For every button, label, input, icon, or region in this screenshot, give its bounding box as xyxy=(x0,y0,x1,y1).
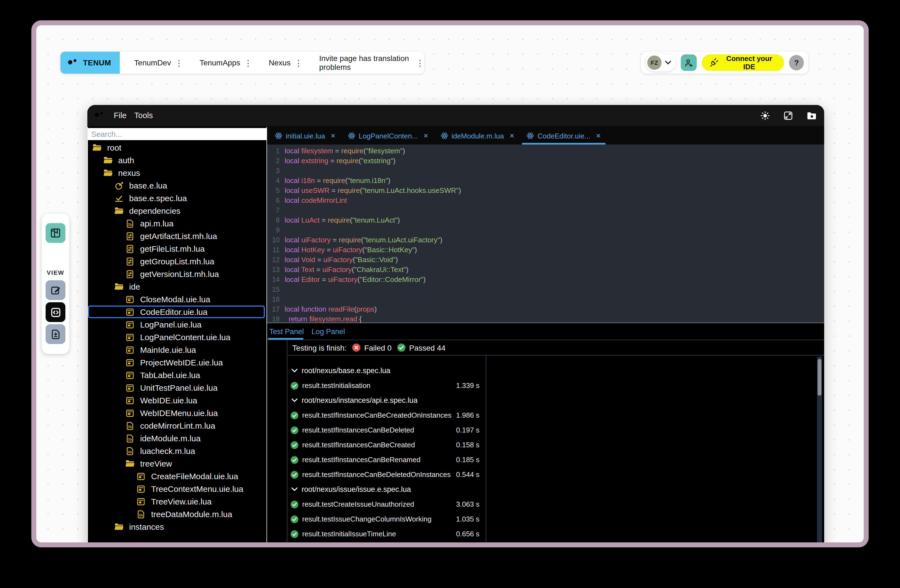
expand-icon xyxy=(784,111,793,120)
line-number: 3 xyxy=(267,166,280,176)
close-tab-icon[interactable]: ✕ xyxy=(509,132,514,139)
file-explorer: rootauthnexusbase.e.luabase.e.spec.luade… xyxy=(87,127,267,547)
ui-file-icon xyxy=(125,295,135,304)
sun-button[interactable] xyxy=(760,111,770,120)
navbar-item[interactable]: TenumDev⋮ xyxy=(134,58,183,67)
tree-item[interactable]: UnitTestPanel.uie.lua xyxy=(88,382,267,394)
tab-log-panel[interactable]: Log Panel xyxy=(312,327,345,335)
tree-item[interactable]: codeMirrorLint.m.lua xyxy=(88,419,267,432)
test-result-row[interactable]: result.testIssueChangeColumnIsWorking1.0… xyxy=(288,512,486,526)
ui-file-icon xyxy=(136,497,146,506)
test-result-row[interactable]: result.testInitialisation1.339 s xyxy=(288,378,486,393)
view-file-diff-button[interactable] xyxy=(46,324,65,344)
tab-test-panel[interactable]: Test Panel xyxy=(269,327,304,335)
test-name: result.testIssueChangeColumnIsWorking xyxy=(302,515,431,523)
line-number: 14 xyxy=(267,275,280,285)
kebab-menu-icon[interactable]: ⋮ xyxy=(416,59,424,67)
editor-tab[interactable]: LogPanelConten...✕ xyxy=(342,127,434,144)
tree-item[interactable]: luacheck.m.lua xyxy=(88,445,267,457)
tree-item[interactable]: WebIDE.uie.lua xyxy=(88,394,267,406)
tree-item[interactable]: dependencies xyxy=(88,205,267,217)
tree-item[interactable]: base.e.spec.lua xyxy=(88,192,267,205)
tree-item[interactable]: TreeContextMenu.uie.lua xyxy=(88,483,267,495)
tree-item[interactable]: getVersionList.mh.lua xyxy=(88,268,267,280)
board-view-button[interactable] xyxy=(46,223,65,243)
tree-item[interactable]: LogPanelContent.uie.lua xyxy=(88,331,267,343)
kebab-menu-icon[interactable]: ⋮ xyxy=(295,59,303,67)
test-result-row[interactable]: result.testCreateIssueUnauthorized3.063 … xyxy=(288,497,486,512)
tree-item[interactable]: auth xyxy=(88,154,267,166)
tree-item-label: WebIDEMenu.uie.lua xyxy=(140,408,218,417)
failed-count: Failed 0 xyxy=(364,343,392,352)
tree-item[interactable]: getArtifactList.mh.lua xyxy=(88,230,267,242)
tree-item[interactable]: getGroupList.mh.lua xyxy=(88,255,267,268)
test-status-row: Testing is finish: Failed 0 xyxy=(288,340,824,355)
close-tab-icon[interactable]: ✕ xyxy=(331,132,335,139)
tree-item[interactable]: TreeView.uie.lua xyxy=(88,495,267,508)
tree-item[interactable]: CodeEditor.uie.lua xyxy=(88,306,265,318)
tree-item[interactable]: treeDataModule.m.lua xyxy=(88,508,267,520)
tree-item[interactable]: base.e.lua xyxy=(88,179,267,192)
search-input[interactable] xyxy=(88,128,267,140)
menu-file[interactable]: File xyxy=(114,111,127,120)
tree-item[interactable]: ideModule.m.lua xyxy=(88,432,267,445)
line-number: 2 xyxy=(267,156,280,166)
tree-item[interactable]: CloseModal.uie.lua xyxy=(88,293,267,306)
tree-item[interactable]: treeView xyxy=(88,457,267,470)
editor-tab[interactable]: initial.uie.lua✕ xyxy=(269,127,341,144)
tree-item[interactable]: instances xyxy=(88,520,267,533)
test-group-row[interactable]: root/nexus/instances/api.e.spec.lua xyxy=(288,393,486,408)
kebab-menu-icon[interactable]: ⋮ xyxy=(175,59,183,67)
test-result-row[interactable]: result.testInitialIssueTimeLine0.656 s xyxy=(288,526,486,541)
close-tab-icon[interactable]: ✕ xyxy=(596,132,601,139)
navbar-item[interactable]: Nexus⋮ xyxy=(269,58,303,67)
code-editor[interactable]: 1local filesystem = require("filesystem"… xyxy=(267,144,824,323)
kebab-menu-icon[interactable]: ⋮ xyxy=(244,59,252,67)
tree-item[interactable]: api.m.lua xyxy=(88,217,267,230)
view-edit-button[interactable] xyxy=(46,280,65,300)
editor-tab[interactable]: ideModule.m.lua✕ xyxy=(435,127,520,144)
tree-item-label: treeDataModule.m.lua xyxy=(151,509,232,519)
account-menu[interactable]: FZ xyxy=(646,54,676,71)
scrollbar[interactable] xyxy=(817,357,822,547)
menu-tools[interactable]: Tools xyxy=(134,111,153,120)
scrollbar-thumb[interactable] xyxy=(818,359,821,396)
tree-item[interactable]: getFileList.mh.lua xyxy=(88,242,267,255)
code-icon xyxy=(50,307,61,317)
add-user-button[interactable] xyxy=(681,54,697,71)
test-result-row[interactable]: result.testIfInstancesCanBeRenamed0.185 … xyxy=(288,452,486,467)
tree-item[interactable]: ProjectWebIDE.uie.lua xyxy=(88,356,267,369)
close-tab-icon[interactable]: ✕ xyxy=(424,132,428,139)
tree-item[interactable]: MainIde.uie.lua xyxy=(88,343,267,356)
expand-button[interactable] xyxy=(784,111,793,120)
help-button[interactable]: ? xyxy=(789,55,804,70)
tree-item[interactable]: LogPanel.uie.lua xyxy=(88,318,267,331)
test-result-row[interactable]: result.testIfInstanceCanBeDeletedOnInsta… xyxy=(288,467,486,482)
editor-tab-label: ideModule.m.lua xyxy=(452,132,504,140)
brand-tab[interactable]: TENUM xyxy=(61,52,120,74)
column-divider xyxy=(486,355,486,547)
tree-item[interactable]: root xyxy=(88,141,267,154)
test-result-row[interactable]: result.testIfInstancesCanBeCreated0.158 … xyxy=(288,438,486,452)
ui-file-icon xyxy=(125,320,135,329)
tree-item[interactable]: TabLabel.uie.lua xyxy=(88,369,267,382)
person-plus-icon xyxy=(684,58,694,67)
navbar-controls: FZ Connect your IDE ? xyxy=(641,52,808,74)
tree-item[interactable]: ide xyxy=(88,280,267,293)
view-code-button[interactable] xyxy=(46,302,65,322)
test-result-row[interactable]: result.testIfInstanceCanBeCreatedOnInsta… xyxy=(288,408,486,423)
tree-item[interactable]: nexus xyxy=(88,166,267,179)
atom-icon xyxy=(441,132,448,140)
navbar-item[interactable]: TenumApps⋮ xyxy=(199,58,252,67)
tree-item[interactable]: CreateFileModal.uie.lua xyxy=(88,470,267,483)
connect-ide-button[interactable]: Connect your IDE xyxy=(701,54,784,71)
navbar-item[interactable]: Invite page has translation problems⋮ xyxy=(319,54,424,71)
window-logo-icon xyxy=(94,111,106,120)
test-group-row[interactable]: root/nexus/base.e.spec.lua xyxy=(288,363,486,378)
folder-star-button[interactable] xyxy=(807,111,816,119)
test-group-row[interactable]: root/nexus/issue/issue.e.spec.lua xyxy=(288,482,486,497)
line-number: 18 xyxy=(267,314,280,323)
editor-tab[interactable]: CodeEditor.uie...✕ xyxy=(521,127,607,144)
tree-item[interactable]: WebIDEMenu.uie.lua xyxy=(88,406,267,419)
test-result-row[interactable]: result.testIfInstancesCanBeDeleted0.197 … xyxy=(288,423,486,438)
